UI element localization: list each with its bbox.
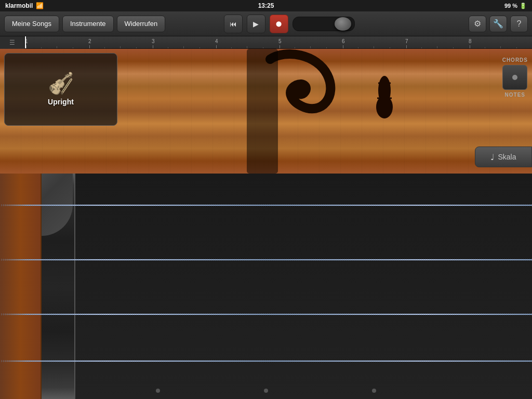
ruler-tick [153, 45, 153, 48]
status-bar: klarmobil 📶 13:25 99 % 🔋 [0, 0, 532, 11]
ruler-subtick [390, 47, 390, 48]
chords-notes-panel: CHORDS NOTES [502, 57, 528, 98]
battery-label: 99 % [504, 3, 517, 9]
ruler-subtick [295, 47, 295, 48]
string-1[interactable] [0, 205, 532, 206]
skala-button[interactable]: ♩ Skala [475, 147, 532, 167]
skala-label: Skala [498, 153, 516, 161]
ruler-subtick [358, 47, 358, 48]
ruler-subtick [183, 46, 184, 48]
mixer-button[interactable]: ⚙ [469, 16, 486, 32]
timeline-ruler: ☰ 12345678 [0, 36, 532, 49]
position-dot-3 [372, 389, 376, 393]
record-button[interactable]: ⬤ [270, 15, 288, 33]
ruler-subtick [421, 47, 422, 48]
ruler-subtick [326, 47, 327, 48]
rewind-icon: ⏮ [230, 20, 237, 28]
mixer-icon: ⚙ [474, 19, 481, 29]
ruler-number: 7 [405, 39, 408, 44]
ruler-subtick [168, 47, 168, 48]
chords-dot [512, 75, 517, 80]
track-name: Upright [48, 98, 74, 106]
track-list-icon: ☰ [9, 39, 15, 46]
play-button[interactable]: ▶ [247, 15, 265, 33]
wrench-icon: 🔧 [493, 19, 503, 29]
chords-button[interactable] [502, 65, 527, 90]
carrier-label: klarmobil [5, 2, 33, 9]
ruler-subtick [57, 46, 57, 48]
chords-label: CHORDS [502, 57, 528, 63]
status-time: 13:25 [258, 2, 274, 9]
ruler-number: 3 [152, 39, 155, 44]
play-icon: ▶ [253, 20, 259, 28]
position-dots [0, 389, 532, 393]
ruler-number: 4 [215, 39, 218, 44]
svg-rect-0 [247, 49, 278, 174]
ruler-tick [406, 45, 407, 48]
rewind-button[interactable]: ⏮ [224, 15, 243, 33]
ruler-mark-8: 8 [469, 39, 472, 48]
ruler-number: 6 [342, 39, 345, 44]
ruler-subtick [120, 46, 121, 48]
ruler-number: 2 [88, 39, 91, 44]
ruler-subtick [136, 47, 137, 48]
help-button[interactable]: ? [510, 16, 528, 32]
ruler-subtick [231, 47, 232, 48]
ruler-mark-7: 7 [405, 39, 408, 48]
ruler-subtick [104, 47, 105, 48]
ruler-subtick [516, 47, 517, 48]
string-2[interactable] [0, 259, 532, 260]
ruler-subtick [73, 47, 73, 48]
ruler-subtick [374, 46, 374, 48]
instrument-icon: 🎻 [48, 73, 74, 94]
ruler-track-icon: ☰ [0, 36, 25, 49]
ruler-tick [470, 45, 470, 48]
playhead [25, 36, 26, 48]
string-4[interactable] [0, 361, 532, 362]
ruler-mark-3: 3 [152, 39, 155, 48]
ruler-tick [216, 45, 217, 48]
ruler-subtick [41, 47, 42, 48]
ruler-subtick [453, 47, 454, 48]
notes-label: NOTES [505, 92, 525, 98]
ruler-subtick [500, 46, 501, 48]
ruler-number: 5 [278, 39, 282, 44]
meine-songs-button[interactable]: Meine Songs [4, 16, 59, 32]
bass-bottom-wood [0, 174, 42, 399]
ruler-number: 8 [469, 39, 472, 44]
settings-button[interactable]: 🔧 [489, 16, 507, 32]
bass-strings-section[interactable] [0, 174, 532, 399]
bass-art-svg [166, 49, 426, 174]
ruler-subtick [437, 46, 437, 48]
ruler-tick [89, 45, 90, 48]
ruler-subtick [310, 46, 311, 48]
help-icon: ? [517, 19, 522, 29]
ruler-subtick [263, 47, 263, 48]
svg-point-2 [376, 96, 393, 118]
wifi-icon: 📶 [36, 2, 44, 9]
track-tile[interactable]: 🎻 Upright [4, 53, 117, 126]
ruler-mark-4: 4 [215, 39, 218, 48]
toolbar: Meine Songs Instrumente Widerrufen ⏮ ▶ ⬤… [0, 11, 532, 36]
ruler-subtick [247, 46, 247, 48]
ruler-tick [343, 45, 343, 48]
transport-group: ⏮ ▶ ⬤ [224, 15, 355, 33]
ruler-mark-6: 6 [342, 39, 345, 48]
volume-knob[interactable] [335, 17, 351, 31]
position-dot-1 [156, 389, 160, 393]
ruler-tick [26, 45, 26, 48]
upper-section: 🎻 Upright CHORDS NOTES ♩ Skala [0, 49, 532, 174]
ruler-mark-2: 2 [88, 39, 91, 48]
instrumente-button[interactable]: Instrumente [62, 16, 114, 32]
ruler-marks: 12345678 [25, 36, 532, 48]
battery-icon: 🔋 [520, 3, 527, 9]
ruler-subtick [200, 47, 200, 48]
music-note-icon: ♩ [490, 152, 495, 162]
status-left: klarmobil 📶 [5, 2, 44, 9]
widerrufen-button[interactable]: Widerrufen [117, 16, 166, 32]
status-right: 99 % 🔋 [504, 3, 527, 9]
ruler-subtick [485, 47, 485, 48]
position-dot-2 [264, 389, 268, 393]
volume-slider[interactable] [292, 17, 355, 31]
string-3[interactable] [0, 314, 532, 315]
